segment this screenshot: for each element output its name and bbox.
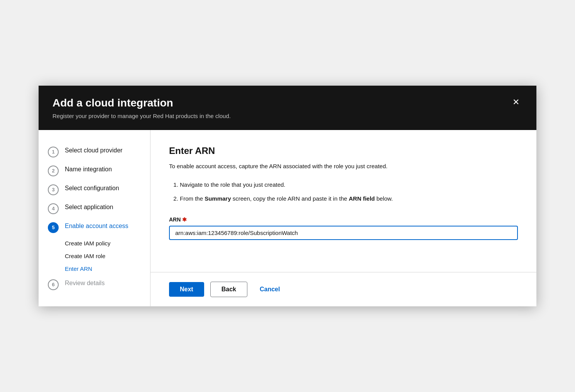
close-button[interactable]: ✕ <box>509 96 523 108</box>
main-content: Enter ARN To enable account access, capt… <box>151 130 536 306</box>
step-badge-4: 4 <box>48 203 59 214</box>
modal-container: Add a cloud integration Register your pr… <box>39 86 536 306</box>
step-list-item-2: From the Summary screen, copy the role A… <box>180 192 518 206</box>
step-badge-1: 1 <box>48 147 59 157</box>
step-badge-2: 2 <box>48 166 59 176</box>
step-badge-5: 5 <box>48 222 59 233</box>
step2-bold1: Summary <box>205 195 231 202</box>
steps-list: Navigate to the role that you just creat… <box>169 178 518 206</box>
step2-bold2: ARN field <box>349 195 375 202</box>
modal-header: Add a cloud integration Register your pr… <box>39 86 536 130</box>
modal-title: Add a cloud integration <box>52 96 231 110</box>
sidebar-step-2[interactable]: 2 Name integration <box>39 161 150 180</box>
step2-text-after: below. <box>375 195 393 202</box>
modal-subtitle: Register your provider to manage your Re… <box>52 113 231 119</box>
back-button[interactable]: Back <box>210 282 247 297</box>
sub-item-enter-arn[interactable]: Enter ARN <box>65 262 150 275</box>
modal-footer: Next Back Cancel <box>151 272 536 306</box>
step-badge-6: 6 <box>48 279 59 290</box>
step-label-5: Enable account access <box>65 222 129 230</box>
required-indicator: ✱ <box>182 216 187 223</box>
step-list-item-1: Navigate to the role that you just creat… <box>180 178 518 192</box>
step-label-6: Review details <box>65 279 105 287</box>
step-badge-3: 3 <box>48 184 59 195</box>
step-label-2: Name integration <box>65 165 112 174</box>
sidebar-step-3[interactable]: 3 Select configuration <box>39 180 150 199</box>
content-description: To enable account access, capture the AR… <box>169 162 518 171</box>
sidebar: 1 Select cloud provider 2 Name integrati… <box>39 130 151 306</box>
sidebar-step-6[interactable]: 6 Review details <box>39 275 150 294</box>
step2-text-before: From the <box>180 195 205 202</box>
content-title: Enter ARN <box>169 145 518 156</box>
cancel-button[interactable]: Cancel <box>254 282 286 297</box>
sidebar-step-5[interactable]: 5 Enable account access <box>39 218 150 237</box>
sub-item-iam-role[interactable]: Create IAM role <box>65 250 150 262</box>
step-label-1: Select cloud provider <box>65 146 122 155</box>
next-button[interactable]: Next <box>169 282 204 297</box>
sub-item-iam-policy[interactable]: Create IAM policy <box>65 237 150 250</box>
step-label-4: Select application <box>65 203 113 211</box>
step-label-3: Select configuration <box>65 184 119 193</box>
content-area: Enter ARN To enable account access, capt… <box>151 130 536 272</box>
modal-body: 1 Select cloud provider 2 Name integrati… <box>39 130 536 306</box>
arn-input[interactable] <box>169 226 518 240</box>
arn-field-label: ARN ✱ <box>169 216 518 223</box>
sidebar-step-1[interactable]: 1 Select cloud provider <box>39 142 150 161</box>
header-content: Add a cloud integration Register your pr… <box>52 96 231 119</box>
arn-field-container: ARN ✱ <box>169 216 518 240</box>
step2-text-middle: screen, copy the role ARN and paste it i… <box>231 195 349 202</box>
sub-items-container: Create IAM policy Create IAM role Enter … <box>39 237 150 275</box>
sidebar-step-4[interactable]: 4 Select application <box>39 199 150 218</box>
